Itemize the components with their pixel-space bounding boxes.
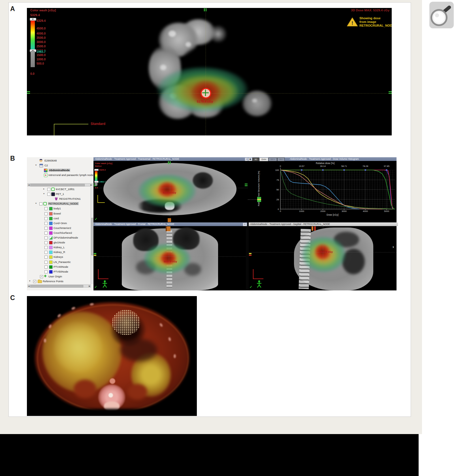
sagittal-viewport[interactable]: 5037.5 cGy ✓ ›: [249, 226, 397, 290]
tree-row[interactable]: CouchSurface2: [27, 231, 93, 235]
colorwash-upper-handle[interactable]: [30, 18, 36, 21]
tree-row[interactable]: cord: [27, 216, 93, 221]
slice-marker-left[interactable]: [94, 255, 96, 256]
tree-row[interactable]: body1: [27, 206, 93, 211]
dvh-plot-grid[interactable]: [280, 170, 395, 209]
tree-row[interactable]: REGISTRATION1: [27, 197, 93, 201]
structure-set-icon: R: [44, 173, 48, 177]
sagittal-dose-label: 5037.5 cGy: [319, 250, 333, 253]
expander-icon[interactable]: ▾: [35, 164, 37, 166]
checkbox[interactable]: [44, 241, 48, 244]
slice-marker-right[interactable]: [389, 91, 392, 92]
checkbox[interactable]: [44, 251, 48, 254]
frontal-viewport[interactable]: 5037.5 cGy ✓: [93, 226, 246, 290]
tree-row[interactable]: DPVAbdominalNode: [27, 235, 93, 240]
checkbox[interactable]: [44, 236, 48, 239]
tree-row[interactable]: ✓✚User Origin: [27, 274, 93, 279]
slice-marker-right[interactable]: [389, 93, 392, 94]
tree-hscrollbar[interactable]: ◀ ▶: [27, 183, 93, 186]
checkbox[interactable]: ✓: [33, 280, 36, 283]
slice-marker-top[interactable]: [170, 161, 171, 164]
dvh-top-tick-label: 97.85: [383, 165, 391, 167]
tree-item-course[interactable]: ▾ C2: [27, 163, 93, 168]
tree-row[interactable]: ▾PET_1: [27, 192, 93, 197]
checkbox[interactable]: [44, 261, 48, 264]
checkbox[interactable]: [44, 212, 48, 215]
scroll-left-icon[interactable]: ◀: [28, 285, 29, 287]
checkbox[interactable]: [44, 207, 48, 210]
tree-item-plan[interactable]: AbdominalNode: [27, 168, 93, 173]
tree-row[interactable]: Cord+3mm: [27, 221, 93, 226]
mini-colorwash-lower-handle[interactable]: [94, 181, 99, 183]
slice-marker-left[interactable]: [249, 253, 252, 254]
dvh-tab-bev[interactable]: BEV: [269, 158, 277, 161]
tree-item-structure-set[interactable]: R retrocrural and paraaortic lymph nodes: [27, 173, 93, 178]
magnifier-tool[interactable]: [428, 1, 455, 29]
checkbox[interactable]: [47, 188, 50, 191]
tree-row[interactable]: ▾✓Reference Points: [27, 279, 93, 284]
tree-row[interactable]: Bowel: [27, 211, 93, 216]
checkbox[interactable]: [44, 231, 48, 235]
scroll-right-icon[interactable]: ▶: [89, 285, 90, 287]
scroll-right-icon[interactable]: ▶: [91, 184, 92, 186]
slice-marker-left[interactable]: [27, 93, 30, 94]
dvh-title: AbdominalNode - Treatment Approved - Dos…: [290, 157, 359, 161]
checkbox[interactable]: [44, 227, 48, 230]
structure-color-icon: [49, 246, 53, 249]
slice-marker-top[interactable]: [312, 226, 313, 231]
tree-row[interactable]: CouchInterior2: [27, 226, 93, 231]
expander-icon[interactable]: ▾: [43, 192, 44, 195]
tree-row[interactable]: gtv1Node: [27, 240, 93, 245]
tree-row[interactable]: PTV50Node: [27, 269, 93, 274]
slice-marker-left[interactable]: [27, 91, 30, 92]
scrollbar-thumb[interactable]: [30, 184, 85, 186]
mini-colorwash-upper-handle[interactable]: [94, 169, 99, 171]
checkbox[interactable]: ✓: [40, 275, 43, 278]
expander-icon[interactable]: ▾: [29, 280, 30, 282]
expander-icon[interactable]: ▸: [43, 188, 44, 190]
slice-marker-left[interactable]: [249, 255, 252, 256]
transversal-viewport[interactable]: 5179.4 cGy ✓ Color wash [cGy] 5329.4 532…: [93, 161, 248, 222]
slice-marker-top[interactable]: [206, 8, 206, 11]
slice-marker-top[interactable]: [314, 226, 316, 231]
window-icon[interactable]: ▣: [248, 158, 252, 161]
slice-marker-top[interactable]: [204, 8, 205, 11]
window-icon[interactable]: ×: [243, 223, 247, 226]
checkbox[interactable]: [44, 222, 48, 225]
folder-icon: [38, 280, 42, 283]
checkbox[interactable]: [44, 270, 48, 273]
tree-item-label: REGISTRATION1: [59, 197, 81, 200]
field-marker: [98, 269, 99, 279]
dvh-tab-dvh[interactable]: DVH: [259, 158, 268, 161]
slice-marker-right[interactable]: [245, 184, 248, 184]
fusion-rib: [174, 354, 176, 358]
checkbox[interactable]: [47, 193, 50, 196]
slice-marker-top[interactable]: [168, 161, 169, 164]
checkbox[interactable]: [44, 256, 48, 259]
tree-row[interactable]: ▾RETROCRURAL_NODE: [27, 201, 93, 206]
tree-item-patient[interactable]: E2993648: [27, 158, 93, 163]
scrollbar-thumb[interactable]: [30, 285, 83, 288]
colorwash-scale-label: 3000.0: [37, 40, 46, 44]
tree-hscrollbar-bottom[interactable]: ◀ ▶: [27, 284, 91, 288]
expander-icon[interactable]: ▾: [35, 202, 37, 205]
slice-marker-right[interactable]: [245, 185, 248, 186]
tree-row[interactable]: ▸kVCBCT_10f01: [27, 187, 93, 192]
patient-orientation-icon: [102, 280, 108, 288]
checkbox[interactable]: [44, 246, 48, 249]
tree-row[interactable]: Kidney_L: [27, 245, 93, 250]
checkbox[interactable]: [39, 202, 42, 205]
tree-item-label: LN_Paraaortic: [54, 260, 71, 264]
scroll-left-icon[interactable]: ◀: [28, 184, 29, 186]
tree-row[interactable]: PTV40Node: [27, 265, 93, 269]
checkbox[interactable]: [44, 217, 48, 220]
crosshair-cross: [202, 92, 209, 93]
checkbox[interactable]: [44, 265, 48, 269]
tree-row[interactable]: Kidneys: [27, 255, 93, 260]
tree-row[interactable]: Kidney_R: [27, 250, 93, 255]
tree-row[interactable]: LN_Paraaortic: [27, 260, 93, 265]
dvh-tab-arc[interactable]: Arc: [277, 158, 285, 161]
slice-marker-left[interactable]: [94, 253, 96, 254]
scroll-next-arrow[interactable]: ›: [393, 245, 394, 249]
panel-a-dose-view[interactable]: 5179.4 cGy Color wash [cGy] 5329.4 5329.…: [27, 8, 392, 135]
